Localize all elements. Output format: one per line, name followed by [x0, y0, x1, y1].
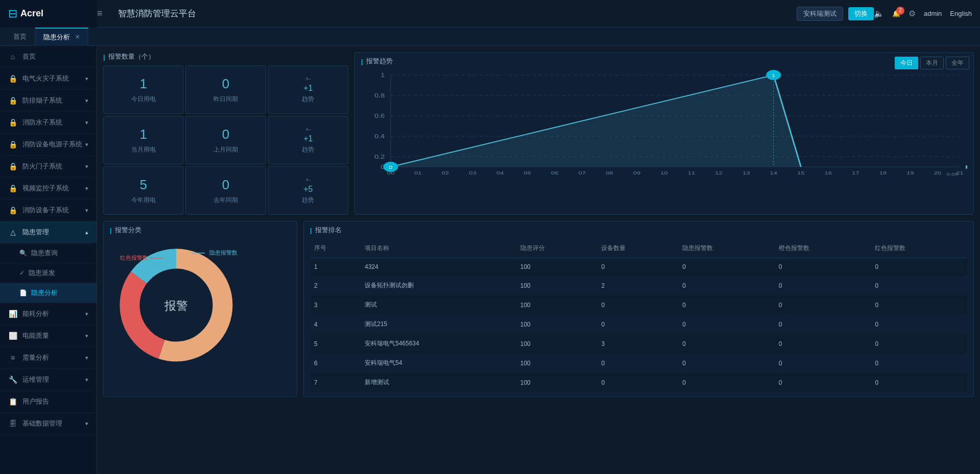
cell-devices: 3: [597, 334, 678, 354]
trend-title: 报警趋势: [361, 57, 967, 66]
sidebar-item-hazard-analysis[interactable]: 📄 隐患分析: [0, 283, 97, 303]
sidebar-item-base[interactable]: 🗄 基础数据管理 ▾: [0, 413, 97, 435]
sidebar-item-reports[interactable]: 📋 用户报告: [0, 391, 97, 413]
tab-home[interactable]: 首页: [5, 28, 35, 46]
sidebar-item-hazard-dispatch[interactable]: ✓ 隐患派发: [0, 263, 97, 283]
tab-hazard-analysis[interactable]: 隐患分析 ✕: [35, 28, 88, 46]
cell-score: 100: [516, 315, 597, 334]
sidebar-item-water[interactable]: 🔒 消防水子系统 ▾: [0, 112, 97, 134]
sidebar-item-label: 用户报告: [22, 397, 49, 406]
cell-devices: 0: [597, 373, 678, 392]
sidebar-item-power-quality[interactable]: ⬜ 电能质量 ▾: [0, 325, 97, 347]
stat-month-label: 当月用电: [131, 145, 156, 154]
platform-title: 智慧消防管理云平台: [118, 8, 797, 19]
speaker-icon[interactable]: 🔈: [874, 9, 884, 18]
svg-text:17: 17: [852, 170, 859, 176]
cell-index: 7: [310, 373, 361, 392]
lock-icon-6: 🔒: [8, 184, 17, 192]
trend-1: +- +1 趋势: [302, 76, 314, 104]
svg-text:14: 14: [770, 170, 777, 176]
sidebar-item-smoke[interactable]: 🔒 防排烟子系统 ▾: [0, 90, 97, 112]
top-header: ⊟ Acrel ≡ 智慧消防管理云平台 安科瑞测试 切换 🔈 🔔2 ⚙ admi…: [0, 0, 980, 28]
sidebar-item-home[interactable]: ⌂ 首页: [0, 46, 97, 68]
trend-prefix-2: +-: [305, 126, 310, 132]
cell-orange: 0: [775, 354, 871, 373]
chevron-down-icon: ▾: [85, 76, 88, 82]
svg-text:0.4: 0.4: [374, 134, 385, 139]
svg-text:19: 19: [906, 170, 914, 176]
sidebar-item-door[interactable]: 🔒 防火门子系统 ▾: [0, 156, 97, 178]
cell-orange: 0: [775, 315, 871, 334]
cell-red: 0: [871, 315, 967, 334]
content-area: 报警数量（个） 1 今日用电 0 昨日同期 +- +1: [97, 46, 980, 474]
logo-area: ⊟ Acrel: [0, 0, 97, 28]
site-selector[interactable]: 安科瑞测试: [797, 7, 843, 21]
list-icon: ≡: [8, 354, 17, 362]
sidebar-item-device[interactable]: 🔒 消防设备子系统 ▾: [0, 199, 97, 221]
language-selector[interactable]: English: [950, 10, 972, 17]
stat-last-month: 0 上月同期: [185, 116, 266, 164]
stats-panel: 报警数量（个） 1 今日用电 0 昨日同期 +- +1: [103, 52, 348, 215]
svg-text:01: 01: [414, 170, 421, 176]
sidebar-item-energy[interactable]: 📊 能耗分析 ▾: [0, 303, 97, 325]
table-row: 2设备拓扑测试勿删1002000: [310, 276, 967, 295]
trend-value-1: +1: [303, 84, 313, 93]
switch-button[interactable]: 切换: [848, 7, 874, 20]
sidebar-item-video[interactable]: 🔒 视频监控子系统 ▾: [0, 178, 97, 199]
svg-text:15: 15: [797, 170, 804, 176]
btn-month[interactable]: 本月: [920, 57, 944, 69]
cell-name: 4324: [361, 258, 516, 276]
chevron-down-icon-12: ▾: [85, 420, 88, 427]
lock-icon-3: 🔒: [8, 118, 17, 127]
legend-red-label: 红色报警数: [120, 254, 148, 262]
svg-text:09: 09: [633, 170, 640, 176]
cell-name: 安科瑞电气54: [361, 354, 516, 373]
cell-devices: 0: [597, 354, 678, 373]
settings-icon[interactable]: ⚙: [909, 9, 916, 18]
logo-icon: ⊟: [8, 7, 17, 20]
clipboard-icon: 📋: [8, 397, 17, 406]
sidebar-item-label: 消防设备电源子系统: [22, 140, 82, 149]
document-icon: 📄: [19, 289, 27, 296]
sidebar-item-hazard-query[interactable]: 🔍 隐患查询: [0, 243, 97, 263]
svg-text:04: 04: [496, 170, 504, 176]
sidebar-item-label: 运维管理: [22, 375, 49, 384]
cell-name: 设备拓扑测试勿删: [361, 276, 516, 295]
btn-today[interactable]: 今日: [895, 57, 918, 69]
tab-bar: 首页 隐患分析 ✕: [0, 28, 980, 46]
trend-label-3: 趋势: [302, 196, 314, 205]
cell-orange: 0: [775, 276, 871, 295]
cell-score: 100: [516, 354, 597, 373]
svg-text:▶: ▶: [966, 164, 967, 169]
chart-icon: 📊: [8, 310, 17, 318]
stat-trend-1: +- +1 趋势: [268, 65, 348, 114]
sidebar-item-hazard[interactable]: △ 隐患管理 ▴: [0, 221, 97, 243]
sidebar-item-ops[interactable]: 🔧 运维管理 ▾: [0, 369, 97, 391]
btn-year[interactable]: 全年: [946, 57, 969, 69]
svg-text:12: 12: [715, 170, 722, 176]
svg-marker-37: [391, 75, 960, 167]
home-icon: ⌂: [8, 53, 17, 61]
svg-text:05: 05: [523, 170, 531, 176]
lock-icon-2: 🔒: [8, 96, 17, 105]
cell-devices: 0: [597, 315, 678, 334]
sidebar: ⌂ 首页 🔒 电气火灾子系统 ▾ 🔒 防排烟子系统 ▾ 🔒 消防水子系统 ▾ 🔒…: [0, 46, 97, 474]
stat-trend-3: +- +5 趋势: [268, 166, 348, 215]
cell-orange: 0: [775, 334, 871, 354]
cell-hazard: 0: [678, 354, 775, 373]
sidebar-item-power[interactable]: 🔒 消防设备电源子系统 ▾: [0, 134, 97, 156]
menu-toggle-icon[interactable]: ≡: [97, 8, 103, 19]
tab-close-icon[interactable]: ✕: [75, 34, 80, 40]
cell-index: 3: [310, 295, 361, 315]
trend-2: +- +1 趋势: [302, 126, 314, 154]
table-row: 5安科瑞电气54656341003000: [310, 334, 967, 354]
sidebar-item-demand[interactable]: ≡ 需量分析 ▾: [0, 347, 97, 369]
svg-text:13: 13: [743, 170, 750, 176]
col-score: 隐患评分: [516, 239, 597, 258]
trend-label-1: 趋势: [302, 95, 314, 104]
stat-last-month-value: 0: [222, 127, 229, 142]
cell-name: 安科瑞电气5465634: [361, 334, 516, 354]
chevron-up-icon: ▴: [85, 229, 88, 236]
sidebar-item-electric[interactable]: 🔒 电气火灾子系统 ▾: [0, 68, 97, 90]
notification-badge[interactable]: 🔔2: [892, 10, 900, 17]
